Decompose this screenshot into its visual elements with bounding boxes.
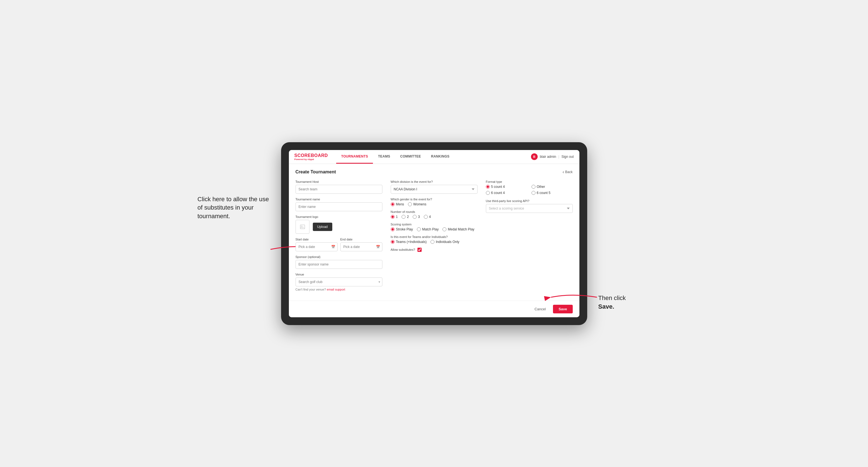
- dates-group: Start date 📅 End date: [296, 238, 382, 251]
- rounds-2-radio[interactable]: [402, 215, 405, 219]
- scoring-system-label: Scoring system: [391, 223, 477, 226]
- format-5count4[interactable]: 5 count 4: [486, 185, 527, 189]
- end-date-group: End date 📅: [340, 238, 382, 251]
- format-type-label: Format type: [486, 180, 573, 183]
- allow-substitutes-label: Allow substitutes?: [391, 248, 415, 251]
- stroke-play-label: Stroke Play: [396, 227, 413, 231]
- match-play[interactable]: Match Play: [417, 227, 439, 231]
- user-avatar: B: [531, 153, 538, 160]
- format-6count4[interactable]: 6 count 4: [486, 191, 527, 195]
- venue-dropdown-icon: ▾: [378, 280, 380, 284]
- rounds-2[interactable]: 2: [402, 215, 409, 219]
- svg-point-3: [301, 226, 302, 227]
- gender-mens[interactable]: Mens: [391, 202, 404, 206]
- allow-substitutes-checkbox[interactable]: [417, 248, 422, 252]
- format-6count4-label: 6 count 4: [491, 191, 505, 195]
- annotation-arrow-right: [550, 292, 600, 303]
- allow-substitutes-group: Allow substitutes?: [391, 248, 477, 252]
- annotation-left: Click here to allow the use of substitut…: [197, 195, 273, 221]
- nav-bar: SCOREBOARD Powered by clippd TOURNAMENTS…: [289, 150, 580, 164]
- gender-mens-radio[interactable]: [391, 202, 395, 206]
- col-right: Format type 5 count 4 Other: [486, 180, 573, 295]
- start-date-label: Start date: [296, 238, 338, 241]
- venue-group: Venue ▾ Can't find your venue? email sup…: [296, 273, 382, 291]
- individuals-only-radio[interactable]: [431, 240, 434, 244]
- nav-item-rankings[interactable]: RANKINGS: [426, 150, 455, 164]
- medal-match-play[interactable]: Medal Match Play: [442, 227, 474, 231]
- rounds-2-label: 2: [407, 215, 409, 219]
- venue-note: Can't find your venue? email support: [296, 288, 382, 291]
- match-play-label: Match Play: [422, 227, 439, 231]
- format-type-group: Format type 5 count 4 Other: [486, 180, 573, 195]
- rounds-3-radio[interactable]: [413, 215, 416, 219]
- rounds-4-radio[interactable]: [424, 215, 428, 219]
- start-date-input[interactable]: [296, 242, 338, 251]
- end-date-input[interactable]: [340, 242, 382, 251]
- cancel-button[interactable]: Cancel: [530, 305, 550, 313]
- gender-womens-radio[interactable]: [408, 202, 412, 206]
- page-header: Create Tournament Back: [296, 169, 573, 175]
- rounds-radio-group: 1 2 3: [391, 215, 477, 219]
- nav-item-teams[interactable]: TEAMS: [373, 150, 395, 164]
- medal-match-play-radio[interactable]: [442, 227, 446, 231]
- rounds-4-label: 4: [429, 215, 431, 219]
- format-6count5[interactable]: 6 count 5: [531, 191, 573, 195]
- user-name: blair admin: [540, 155, 556, 159]
- format-6count4-radio[interactable]: [486, 191, 490, 195]
- rounds-1-label: 1: [396, 215, 398, 219]
- gender-label: Which gender is the event for?: [391, 197, 477, 201]
- scoring-service-select[interactable]: Select a scoring service: [486, 204, 573, 213]
- stroke-play[interactable]: Stroke Play: [391, 227, 413, 231]
- annotation-right: Then click Save.: [598, 294, 651, 311]
- nav-item-committee[interactable]: COMMITTEE: [395, 150, 426, 164]
- rounds-group: Number of rounds 1 2: [391, 210, 477, 219]
- teams-individuals-label: Teams (+Individuals): [396, 240, 427, 244]
- gender-womens[interactable]: Womens: [408, 202, 426, 206]
- tournament-host-group: Tournament Host: [296, 180, 382, 194]
- sponsor-group: Sponsor (optional): [296, 255, 382, 269]
- venue-input[interactable]: [296, 278, 382, 286]
- logo-placeholder: [296, 220, 309, 234]
- format-other-radio[interactable]: [531, 185, 535, 189]
- tournament-host-label: Tournament Host: [296, 180, 382, 183]
- nav-user: B blair admin | Sign out: [531, 153, 574, 160]
- upload-button[interactable]: Upload: [313, 223, 332, 231]
- individuals-only[interactable]: Individuals Only: [431, 240, 460, 244]
- tablet-screen: SCOREBOARD Powered by clippd TOURNAMENTS…: [289, 150, 580, 317]
- rounds-1-radio[interactable]: [391, 215, 395, 219]
- format-6count5-label: 6 count 5: [537, 191, 551, 195]
- format-5count4-label: 5 count 4: [491, 185, 505, 189]
- tournament-host-input[interactable]: [296, 185, 382, 194]
- format-5count4-radio[interactable]: [486, 185, 490, 189]
- end-date-label: End date: [340, 238, 382, 241]
- event-type-radio-group: Teams (+Individuals) Individuals Only: [391, 240, 477, 244]
- tournament-name-group: Tournament name: [296, 197, 382, 211]
- division-group: Which division is the event for? NCAA Di…: [391, 180, 477, 194]
- rounds-1[interactable]: 1: [391, 215, 398, 219]
- teams-individuals-radio[interactable]: [391, 240, 395, 244]
- email-support-link[interactable]: email support: [327, 288, 345, 291]
- stroke-play-radio[interactable]: [391, 227, 395, 231]
- teams-individuals[interactable]: Teams (+Individuals): [391, 240, 427, 244]
- gender-womens-label: Womens: [413, 202, 426, 206]
- rounds-4[interactable]: 4: [424, 215, 431, 219]
- sign-out-link[interactable]: Sign out: [561, 155, 574, 159]
- sponsor-input[interactable]: [296, 260, 382, 269]
- rounds-3[interactable]: 3: [413, 215, 420, 219]
- match-play-radio[interactable]: [417, 227, 421, 231]
- nav-items: TOURNAMENTS TEAMS COMMITTEE RANKINGS: [336, 150, 531, 164]
- rounds-3-label: 3: [418, 215, 420, 219]
- tournament-name-label: Tournament name: [296, 197, 382, 201]
- end-date-wrapper: 📅: [340, 242, 382, 251]
- scoring-service-label: Use third-party live scoring API?: [486, 199, 573, 203]
- save-button[interactable]: Save: [553, 305, 572, 313]
- nav-item-tournaments[interactable]: TOURNAMENTS: [336, 150, 373, 164]
- tournament-name-input[interactable]: [296, 202, 382, 211]
- event-type-label: Is this event for Teams and/or Individua…: [391, 235, 477, 239]
- back-link[interactable]: Back: [562, 169, 572, 175]
- page-content: Create Tournament Back Tournament Host T…: [289, 164, 580, 301]
- format-other[interactable]: Other: [531, 185, 573, 189]
- division-select[interactable]: NCAA Division I: [391, 185, 477, 194]
- page-title: Create Tournament: [296, 169, 336, 175]
- format-6count5-radio[interactable]: [531, 191, 535, 195]
